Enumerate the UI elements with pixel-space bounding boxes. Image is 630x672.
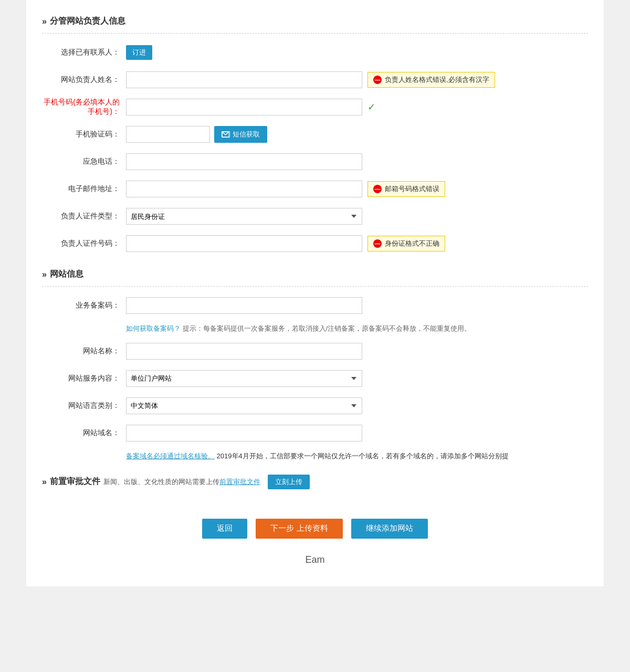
- email-error-icon: —: [373, 185, 382, 193]
- site-service-select[interactable]: 单位门户网站 综合门户 新闻资讯 博客/个人空间 网络购物 其他: [126, 370, 362, 387]
- sms-btn-label: 短信获取: [233, 130, 260, 139]
- email-error-text: 邮箱号码格式错误: [385, 184, 439, 194]
- section3-desc: 新闻、出版、文化性质的网站需要上传前置审批文件: [103, 477, 260, 487]
- phone-input[interactable]: [126, 99, 362, 116]
- site-lang-select[interactable]: 中文简体 中文繁体 英文 其他: [126, 397, 362, 414]
- sms-button[interactable]: 短信获取: [214, 126, 267, 143]
- id-number-error-box: — 身份证格式不正确: [368, 236, 445, 251]
- verify-input[interactable]: [126, 126, 210, 143]
- site-name-input[interactable]: [126, 343, 362, 360]
- verify-label: 手机验证码：: [42, 130, 126, 139]
- emergency-row: 应急电话：: [42, 152, 588, 171]
- section1-title: 分管网站负责人信息: [50, 16, 125, 27]
- select-contact-row: 选择已有联系人： 订进: [42, 43, 588, 62]
- section1-divider: [42, 33, 588, 34]
- id-type-select[interactable]: 居民身份证 护照 军官证 其他: [126, 208, 362, 225]
- bottom-bar: 返回 下一步 上传资料 继续添加网站: [42, 508, 588, 539]
- name-row: 网站负责人姓名： — 负责人姓名格式错误,必须含有汉字: [42, 70, 588, 89]
- select-contact-label: 选择已有联系人：: [42, 48, 126, 57]
- page-container: 分管网站负责人信息 选择已有联系人： 订进 网站负责人姓名： — 负责人姓名格式…: [26, 0, 604, 586]
- upload-button[interactable]: 立刻上传: [268, 475, 310, 489]
- id-number-input[interactable]: [126, 235, 362, 252]
- sms-envelope-icon: [222, 131, 230, 138]
- verify-row: 手机验证码： 短信获取: [42, 125, 588, 144]
- name-input[interactable]: [126, 71, 362, 88]
- section1-content: 选择已有联系人： 订进 网站负责人姓名： — 负责人姓名格式错误,必须含有汉字 …: [42, 43, 588, 253]
- site-domain-label: 网站域名：: [42, 428, 126, 438]
- section3-desc-text: 新闻、出版、文化性质的网站需要上传: [103, 478, 219, 486]
- phone-valid-icon: ✓: [368, 101, 375, 113]
- site-domain-row: 网站域名：: [42, 424, 588, 443]
- service-code-hint: 如何获取备案码？ 提示：每备案码提供一次备案服务，若取消接入/注销备案，原备案码…: [126, 323, 588, 334]
- phone-row: 手机号码(务必填本人的手机号)： ✓: [42, 98, 588, 117]
- site-name-label: 网站名称：: [42, 346, 126, 356]
- next-button[interactable]: 下一步 上传资料: [256, 519, 342, 539]
- id-number-error-icon: —: [373, 239, 382, 248]
- site-lang-row: 网站语言类别： 中文简体 中文繁体 英文 其他: [42, 396, 588, 415]
- section2-title: 网站信息: [50, 269, 83, 280]
- service-code-input[interactable]: [126, 297, 362, 314]
- emergency-label: 应急电话：: [42, 157, 126, 166]
- section3-link[interactable]: 前置审批文件: [219, 478, 260, 486]
- site-service-row: 网站服务内容： 单位门户网站 综合门户 新闻资讯 博客/个人空间 网络购物 其他: [42, 369, 588, 388]
- name-label: 网站负责人姓名：: [42, 75, 126, 85]
- email-input[interactable]: [126, 181, 362, 197]
- footer: Eam: [42, 554, 588, 565]
- section2-divider: [42, 286, 588, 287]
- domain-hint-text: 2019年4月开始，工信部要求一个网站仅允许一个域名，若有多个域名的，请添加多个…: [215, 452, 509, 460]
- name-error-box: — 负责人姓名格式错误,必须含有汉字: [368, 72, 495, 88]
- email-label: 电子邮件地址：: [42, 184, 126, 194]
- email-row: 电子邮件地址： — 邮箱号码格式错误: [42, 180, 588, 198]
- section2-content: 业务备案码： 如何获取备案码？ 提示：每备案码提供一次备案服务，若取消接入/注销…: [42, 296, 588, 462]
- service-code-hint-text: 提示：每备案码提供一次备案服务，若取消接入/注销备案，原备案码不会释放，不能重复…: [181, 324, 471, 332]
- name-error-text: 负责人姓名格式错误,必须含有汉字: [385, 75, 489, 85]
- add-website-button[interactable]: 继续添加网站: [351, 519, 428, 539]
- site-service-label: 网站服务内容：: [42, 374, 126, 383]
- section2-header: 网站信息: [42, 264, 588, 283]
- id-type-row: 负责人证件类型： 居民身份证 护照 军官证 其他: [42, 207, 588, 226]
- phone-label: 手机号码(务必填本人的手机号)：: [42, 98, 126, 117]
- back-button[interactable]: 返回: [202, 519, 247, 539]
- section1-header: 分管网站负责人信息: [42, 10, 588, 30]
- site-lang-label: 网站语言类别：: [42, 401, 126, 411]
- service-code-link[interactable]: 如何获取备案码？: [126, 324, 181, 332]
- id-number-label: 负责人证件号码：: [42, 239, 126, 248]
- domain-hint-link[interactable]: 备案域名必须通过域名核验。: [126, 452, 215, 460]
- id-number-row: 负责人证件号码： — 身份证格式不正确: [42, 234, 588, 253]
- domain-hint: 备案域名必须通过域名核验。 2019年4月开始，工信部要求一个网站仅允许一个域名…: [126, 451, 588, 462]
- section3-header: 前置审批文件 新闻、出版、文化性质的网站需要上传前置审批文件 立刻上传: [42, 469, 588, 492]
- site-name-row: 网站名称：: [42, 342, 588, 361]
- id-type-label: 负责人证件类型：: [42, 212, 126, 221]
- footer-text: Eam: [305, 554, 324, 565]
- id-number-error-text: 身份证格式不正确: [385, 239, 439, 248]
- site-domain-input[interactable]: [126, 425, 362, 442]
- verify-input-group: 短信获取: [126, 126, 267, 143]
- select-contact-button[interactable]: 订进: [126, 45, 152, 60]
- name-error-icon: —: [373, 76, 382, 84]
- section3-title: 前置审批文件: [50, 476, 100, 487]
- service-code-row: 业务备案码：: [42, 296, 588, 315]
- service-code-label: 业务备案码：: [42, 301, 126, 310]
- email-error-box: — 邮箱号码格式错误: [368, 181, 445, 197]
- emergency-input[interactable]: [126, 153, 362, 170]
